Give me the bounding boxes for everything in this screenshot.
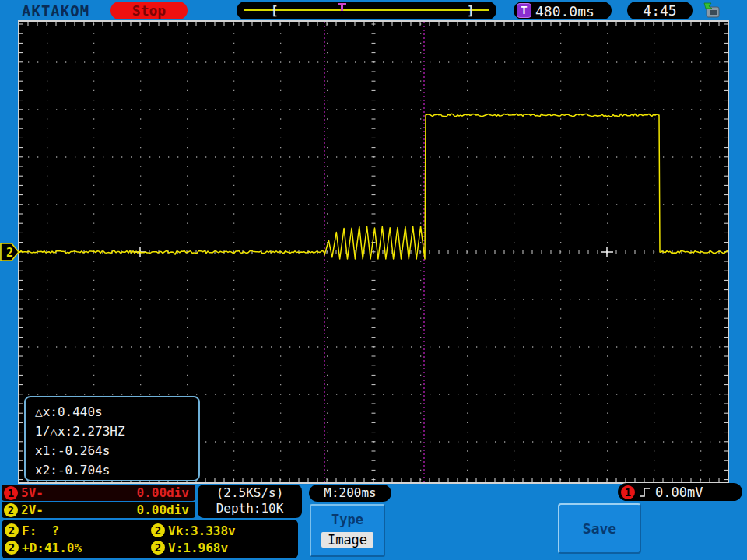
ch1-status-row[interactable]: 1 5V- 0.00div — [2, 485, 195, 501]
trigger-source-badge: 1 — [621, 485, 635, 499]
type-menu[interactable]: Type Image — [310, 504, 385, 557]
window-right-bracket: ] — [467, 3, 475, 18]
usb-storage-icon — [703, 2, 721, 19]
trigger-delay-readout: T 480.0ms — [514, 2, 612, 19]
rising-edge-icon — [640, 486, 652, 499]
cursor-x2-readout: x2:-0.704s — [35, 460, 198, 480]
trigger-icon: T — [517, 3, 531, 18]
trigger-position-marker[interactable] — [338, 3, 346, 12]
ch2-position-marker[interactable]: 2 — [0, 242, 20, 262]
measure-ch-badge: 2 — [5, 541, 19, 555]
cursor-readout-box: △x:0.440s 1/△x:2.273HZ x1:-0.264s x2:-0.… — [24, 396, 200, 481]
measure-frequency: 2 F: ? — [5, 523, 151, 538]
type-menu-label: Type — [311, 512, 384, 527]
trigger-level-value: 0.00mV — [655, 485, 703, 500]
cursor-dx-readout: △x:0.440s — [35, 402, 198, 422]
sample-rate: (2.5KS/s) — [198, 485, 302, 501]
ch2-marker-label: 2 — [6, 246, 13, 260]
trigger-position-bar[interactable]: [ ] — [237, 2, 496, 19]
ch2-scale: 2V- — [21, 502, 44, 517]
ch2-offset: 0.00div — [137, 502, 189, 517]
measure-vk: 2 Vk:3.338v — [151, 523, 236, 538]
ch1-scale: 5V- — [21, 485, 44, 500]
ch1-offset: 0.00div — [137, 485, 189, 500]
measure-ch-badge: 2 — [151, 523, 165, 537]
clock: 4:45 — [627, 2, 693, 19]
brand-logo: AKTAKOM — [22, 2, 89, 19]
record-depth: Depth:10K — [198, 501, 302, 516]
measurement-box: 2 F: ? 2 Vk:3.338v 2 +D:41.0% 2 V:1.968v — [2, 520, 298, 558]
run-stop-button[interactable]: Stop — [110, 2, 188, 19]
trigger-delay-value: 480.0ms — [535, 3, 594, 19]
measure-ch-badge: 2 — [151, 541, 165, 555]
ch1-badge: 1 — [4, 486, 18, 500]
acquisition-info: (2.5KS/s) Depth:10K — [198, 485, 302, 518]
cursor-freq-readout: 1/△x:2.273HZ — [35, 422, 198, 441]
trigger-level-readout: 1 0.00mV — [618, 483, 742, 501]
cursor-x1-readout: x1:-0.264s — [35, 441, 198, 460]
window-left-bracket: [ — [271, 3, 279, 18]
measure-ch-badge: 2 — [5, 523, 19, 537]
measure-duty: 2 +D:41.0% — [5, 541, 151, 555]
measure-voltage: 2 V:1.968v — [151, 541, 228, 555]
record-length-line — [244, 9, 489, 11]
timebase-readout: M:200ms — [309, 485, 391, 502]
type-menu-value-image[interactable]: Image — [321, 532, 374, 548]
save-button[interactable]: Save — [558, 503, 641, 554]
ch2-badge: 2 — [4, 503, 18, 517]
ch2-status-row[interactable]: 2 2V- 0.00div — [2, 502, 195, 518]
ch2-trace — [19, 114, 728, 259]
